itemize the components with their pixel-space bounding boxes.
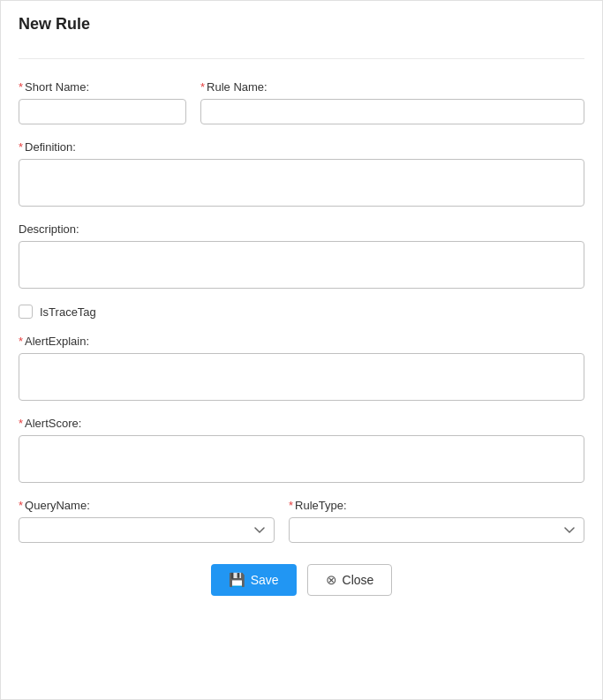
description-row: Description: <box>19 222 584 289</box>
definition-group: *Definition: <box>19 140 584 207</box>
rule-name-group: *Rule Name: <box>200 80 584 124</box>
divider <box>19 58 584 59</box>
rule-name-input[interactable] <box>200 99 584 124</box>
short-name-group: *Short Name: <box>19 80 186 124</box>
alert-score-row: *AlertScore: <box>19 417 584 483</box>
definition-required: * <box>19 140 23 154</box>
rule-name-label: *Rule Name: <box>200 80 584 94</box>
short-name-input[interactable] <box>19 99 186 124</box>
rule-type-required: * <box>289 499 293 512</box>
page-container: New Rule *Short Name: *Rule Name: *Defin… <box>0 0 603 700</box>
description-label: Description: <box>19 222 584 236</box>
query-name-required: * <box>19 499 23 512</box>
rule-type-group: *RuleType: <box>289 499 584 543</box>
definition-input[interactable] <box>19 159 584 207</box>
rule-type-label: *RuleType: <box>289 499 584 512</box>
close-icon: ⊗ <box>326 572 337 588</box>
alert-score-group: *AlertScore: <box>19 417 584 483</box>
query-rule-row: *QueryName: *RuleType: <box>19 499 584 543</box>
query-name-label: *QueryName: <box>19 499 275 512</box>
definition-row: *Definition: <box>19 140 584 207</box>
rule-name-required: * <box>200 80 205 94</box>
alert-score-input[interactable] <box>19 435 584 483</box>
query-name-select[interactable] <box>19 517 275 543</box>
alert-explain-required: * <box>19 335 23 348</box>
name-row: *Short Name: *Rule Name: <box>19 80 584 124</box>
query-name-group: *QueryName: <box>19 499 275 543</box>
alert-explain-row: *AlertExplain: <box>19 335 584 401</box>
is-trace-tag-row: IsTraceTag <box>19 305 584 319</box>
alert-score-required: * <box>19 417 23 430</box>
definition-label: *Definition: <box>19 140 584 154</box>
page-title: New Rule <box>19 15 584 34</box>
alert-explain-label: *AlertExplain: <box>19 335 584 348</box>
button-row: 💾 Save ⊗ Close <box>19 564 584 596</box>
description-input[interactable] <box>19 241 584 289</box>
alert-explain-group: *AlertExplain: <box>19 335 584 401</box>
save-button[interactable]: 💾 Save <box>211 564 297 596</box>
short-name-required: * <box>19 80 23 94</box>
is-trace-tag-checkbox[interactable] <box>19 305 33 319</box>
description-group: Description: <box>19 222 584 289</box>
close-button-label: Close <box>343 573 374 587</box>
close-button[interactable]: ⊗ Close <box>307 564 393 596</box>
is-trace-tag-label: IsTraceTag <box>40 305 96 319</box>
alert-explain-input[interactable] <box>19 353 584 401</box>
rule-type-select[interactable] <box>289 517 584 543</box>
save-button-label: Save <box>251 573 279 587</box>
alert-score-label: *AlertScore: <box>19 417 584 430</box>
short-name-label: *Short Name: <box>19 80 186 94</box>
save-icon: 💾 <box>229 572 245 588</box>
